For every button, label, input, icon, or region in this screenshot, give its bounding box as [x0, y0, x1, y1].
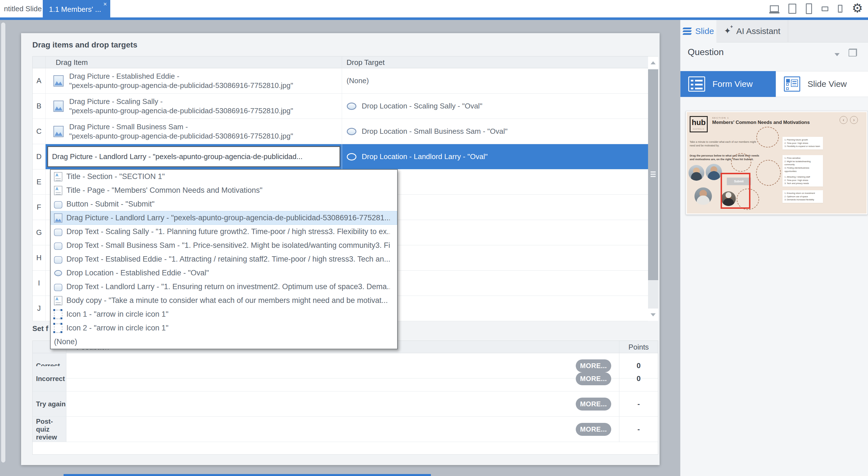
desktop-icon[interactable] — [770, 5, 779, 12]
dropdown-item[interactable]: Drop Location - Established Eddie - "Ova… — [51, 266, 397, 280]
row-id: A — [33, 68, 45, 93]
slide-paragraph: Take a minute to consider what each of o… — [690, 140, 761, 147]
slide-thumbnail[interactable]: hub AUSTRALIA SECTION 1 Members' Common … — [686, 111, 868, 215]
oval-icon — [54, 268, 62, 278]
combobox-value: Drag Picture - Landlord Larry - "pexels-… — [48, 152, 303, 161]
feedback-row-try-again: Try again MORE... - — [33, 392, 658, 417]
feedback-table: Feedback Points Correct MORE... 0 Incorr… — [32, 341, 658, 455]
left-scrollbar-track[interactable] — [1, 23, 5, 463]
needs-list-box: 1. Attracting / retaining staff 2. Time-… — [782, 174, 823, 186]
slide-instructions: Drag the personas below to what you thin… — [690, 154, 762, 161]
table-scrollbar[interactable] — [648, 57, 658, 321]
slide-layers-icon — [683, 28, 691, 35]
dropdown-item-highlighted[interactable]: Drag Picture - Landlord Larry - "pexels-… — [51, 211, 397, 225]
view-toggle: Form View Slide View — [680, 71, 868, 97]
points-value[interactable]: 0 — [619, 366, 658, 391]
tab-label: 1.1 Members' ... — [49, 5, 101, 14]
tablet-portrait-icon[interactable] — [806, 3, 812, 14]
drop-zone-oval — [756, 127, 779, 147]
picture-icon — [54, 101, 64, 112]
scroll-down-button[interactable] — [648, 309, 658, 321]
more-button[interactable]: MORE... — [576, 398, 611, 411]
button-shape-icon — [54, 229, 62, 236]
feedback-row-label: Post-quiz review — [33, 417, 66, 442]
avatar — [694, 188, 712, 205]
settings-gear-icon[interactable]: ⚙ — [852, 2, 863, 14]
scroll-up-button[interactable] — [648, 57, 658, 69]
dropdown-item[interactable]: Drop Text - Landlord Larry - "1. Ensurin… — [51, 280, 397, 294]
table-row-a[interactable]: A Drag Picture - Established Eddie - "pe… — [33, 68, 648, 94]
drag-item-text: Drag Picture - Scaling Sally - "pexels-a… — [69, 97, 293, 115]
feedback-text-area[interactable]: MORE... — [66, 392, 619, 416]
drag-item-column-header: Drag Item — [45, 57, 342, 68]
tab-label: ntitled Slide — [4, 4, 42, 13]
needs-list-box: 1. Planning future growth 2. Time-poor /… — [782, 137, 823, 149]
more-button[interactable]: MORE... — [576, 423, 611, 436]
row-id: G — [33, 220, 45, 245]
drag-item-combobox[interactable]: Drag Picture - Landlord Larry - "pexels-… — [47, 146, 340, 167]
drag-item-text: Drag Picture - Established Eddie - "pexe… — [69, 72, 293, 90]
dropdown-item[interactable]: Icon 1 - "arrow in circle icon 1" — [51, 307, 397, 321]
table-header-row: Drag Item Drop Target — [33, 57, 648, 68]
table-row-c[interactable]: C Drag Picture - Small Business Sam - "p… — [33, 119, 648, 144]
text-title-icon — [54, 296, 62, 305]
more-button[interactable]: MORE... — [576, 372, 611, 385]
feedback-text-area[interactable]: MORE... — [66, 417, 619, 442]
picture-icon — [54, 126, 64, 137]
button-shape-icon — [54, 256, 62, 263]
chevron-down-icon[interactable] — [835, 53, 840, 56]
needs-list-box: 1. Price-sensitive 2. Might be isolated/… — [782, 155, 823, 174]
table-row-d-selected[interactable]: D Drag Picture - Landlord Larry - "pexel… — [33, 144, 648, 169]
group-icon — [54, 324, 62, 333]
panel-layout-icon[interactable] — [848, 48, 857, 57]
set-feedback-label: Set f — [32, 324, 48, 333]
dropdown-item[interactable]: Drop Text - Small Business Sam - "1. Pri… — [51, 239, 397, 252]
points-column-header: Points — [619, 341, 658, 353]
text-title-icon — [54, 172, 62, 181]
scrollbar-thumb[interactable] — [648, 69, 658, 280]
sidebar-tab-bar: Slide AI Assistant — [680, 20, 868, 42]
tablet-landscape-icon[interactable] — [788, 4, 796, 14]
slide-preview: hub AUSTRALIA SECTION 1 Members' Common … — [687, 112, 867, 213]
question-section-header: Question — [688, 47, 861, 64]
close-icon[interactable]: × — [103, 1, 107, 8]
arrow-down-icon — [651, 313, 656, 316]
dropdown-item[interactable]: Drop Text - Establised Eddie - "1. Attra… — [51, 252, 397, 266]
form-view-button[interactable]: Form View — [680, 71, 776, 97]
form-view-icon — [688, 76, 705, 92]
needs-list-box: 1. Ensuring return on investment 2. Opti… — [782, 190, 823, 203]
feedback-row-label: Incorrect — [33, 366, 66, 391]
row-id: E — [33, 169, 45, 195]
tab-ai-assistant[interactable]: AI Assistant — [716, 20, 788, 42]
dropdown-item[interactable]: Title - Page - "Members' Common Needs an… — [51, 183, 397, 197]
row-id: H — [33, 245, 45, 270]
drop-target-text: Drop Location - Small Business Sam - "Ov… — [362, 127, 507, 136]
drop-target-column-header: Drop Target — [342, 57, 648, 68]
phone-portrait-icon[interactable] — [838, 5, 842, 13]
dropdown-item[interactable]: Title - Section - "SECTION 1" — [51, 170, 397, 183]
dropdown-item[interactable]: Icon 2 - "arrow in circle icon 1" — [51, 321, 397, 335]
dropdown-item[interactable]: Drop Text - Scaling Sally - "1. Planning… — [51, 225, 397, 239]
row-id: F — [33, 195, 45, 220]
phone-landscape-icon[interactable] — [822, 6, 828, 11]
scrollbar-grip-icon — [651, 171, 656, 173]
points-value[interactable]: - — [619, 417, 658, 442]
dropdown-item[interactable]: Button - Submit - "Submit" — [51, 197, 397, 211]
tab-slide[interactable]: Slide — [680, 20, 716, 42]
panel-title: Drag items and drop targets — [32, 40, 137, 49]
selection-highlight-box — [721, 173, 750, 209]
device-preview-toolbar: ⚙ — [770, 0, 863, 18]
feedback-row-post-quiz: Post-quiz review MORE... - — [33, 417, 658, 442]
slide-view-button[interactable]: Slide View — [776, 71, 868, 97]
prev-arrow-icon: ‹ — [840, 116, 847, 124]
dropdown-item-none[interactable]: (None) — [51, 335, 397, 349]
tab-members-active[interactable]: 1.1 Members' ... × — [43, 0, 110, 18]
dropdown-item[interactable]: Body copy - "Take a minute to consider w… — [51, 294, 397, 307]
table-row-b[interactable]: B Drag Picture - Scaling Sally - "pexels… — [33, 94, 648, 119]
feedback-text-area[interactable]: MORE... — [66, 366, 619, 391]
ai-sparkle-icon — [724, 27, 733, 35]
horizontal-scrollbar-thumb[interactable] — [64, 474, 431, 476]
points-value[interactable]: - — [619, 392, 658, 416]
tab-untitled-slide[interactable]: ntitled Slide — [0, 0, 45, 18]
avatar — [706, 164, 722, 180]
